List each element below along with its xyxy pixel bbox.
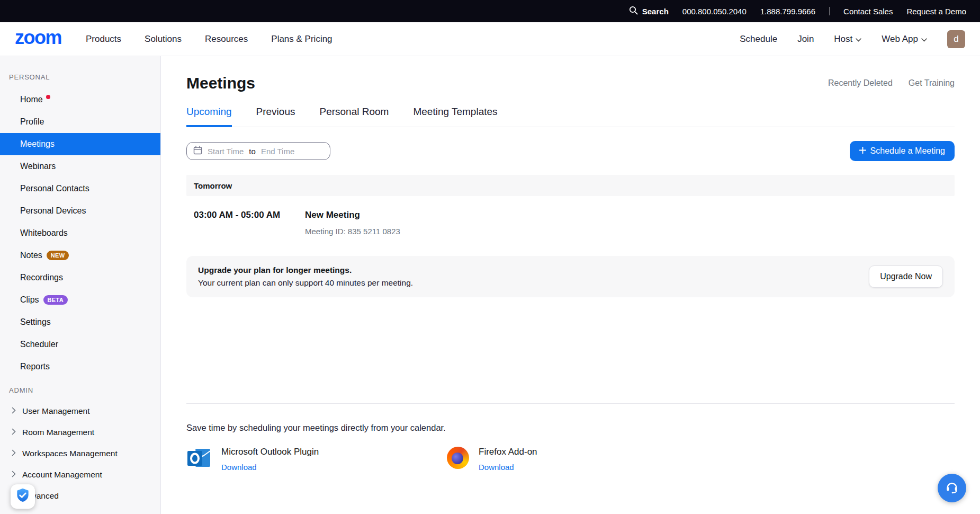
sidebar-item-recordings[interactable]: Recordings — [0, 267, 160, 289]
plugin-info: Firefox Add-on Download — [479, 447, 537, 472]
plugin-name: Firefox Add-on — [479, 447, 537, 457]
firefox-icon — [447, 447, 469, 469]
outlook-download-link[interactable]: Download — [221, 463, 319, 472]
page-body: PERSONAL Home Profile Meetings Webinars … — [0, 56, 980, 514]
sidebar-item-room-management[interactable]: Room Management — [0, 422, 160, 443]
sidebar-item-webinars[interactable]: Webinars — [0, 155, 160, 178]
upgrade-banner-text: Upgrade your plan for longer meetings. Y… — [198, 265, 413, 288]
request-demo-link[interactable]: Request a Demo — [906, 7, 966, 16]
sidebar-item-home[interactable]: Home — [0, 88, 160, 111]
plugin-info: Microsoft Outlook Plugin Download — [221, 447, 319, 472]
headset-icon — [945, 480, 959, 497]
sidebar-item-scheduler[interactable]: Scheduler — [0, 333, 160, 356]
sidebar-item-label: Scheduler — [20, 340, 58, 349]
header: zoom Products Solutions Resources Plans … — [0, 22, 980, 56]
chevron-right-icon — [12, 406, 16, 416]
sidebar-item-profile[interactable]: Profile — [0, 111, 160, 133]
plus-icon — [859, 146, 866, 156]
title-row: Meetings Recently Deleted Get Training — [186, 74, 955, 92]
sidebar-item-label: Workspaces Management — [22, 449, 118, 458]
tab-previous[interactable]: Previous — [256, 106, 295, 127]
upgrade-now-button[interactable]: Upgrade Now — [869, 265, 943, 288]
meeting-id: Meeting ID: 835 5211 0823 — [305, 227, 400, 236]
section-label-admin: ADMIN — [0, 386, 160, 394]
sidebar-item-label: Settings — [20, 317, 51, 327]
chevron-down-icon — [921, 34, 927, 45]
sidebar-item-label: Account Management — [22, 470, 102, 480]
schedule-meeting-button[interactable]: Schedule a Meeting — [850, 141, 955, 161]
calendar-promo-text: Save time by scheduling your meetings di… — [186, 423, 955, 433]
host-menu-label: Host — [834, 34, 852, 45]
host-menu[interactable]: Host — [834, 34, 861, 45]
avatar[interactable]: d — [947, 30, 965, 48]
sidebar-item-label: Home — [20, 95, 43, 104]
chevron-right-icon — [12, 449, 16, 458]
sidebar-item-label: Recordings — [20, 273, 63, 282]
upgrade-banner: Upgrade your plan for longer meetings. Y… — [186, 256, 955, 297]
tabs: Upcoming Previous Personal Room Meeting … — [186, 106, 955, 127]
firefox-addon-item: Firefox Add-on Download — [447, 447, 537, 472]
to-label: to — [249, 147, 256, 156]
recently-deleted-link[interactable]: Recently Deleted — [828, 78, 893, 88]
upgrade-title: Upgrade your plan for longer meetings. — [198, 265, 413, 275]
webapp-menu-label: Web App — [882, 34, 918, 45]
contact-sales-link[interactable]: Contact Sales — [843, 7, 893, 16]
beta-badge: BETA — [43, 295, 68, 305]
sidebar-item-label: Whiteboards — [20, 228, 68, 238]
chevron-right-icon — [12, 428, 16, 437]
join-link[interactable]: Join — [797, 34, 814, 45]
schedule-link[interactable]: Schedule — [740, 34, 777, 45]
nav-item-plans-pricing[interactable]: Plans & Pricing — [271, 34, 332, 45]
meeting-row[interactable]: 03:00 AM - 05:00 AM New Meeting Meeting … — [186, 196, 955, 252]
tab-personal-room[interactable]: Personal Room — [319, 106, 389, 127]
page-title: Meetings — [186, 74, 255, 92]
sidebar-item-meetings[interactable]: Meetings — [0, 133, 160, 155]
shield-extension-button[interactable] — [11, 484, 35, 509]
meeting-name[interactable]: New Meeting — [305, 210, 400, 220]
meeting-details: New Meeting Meeting ID: 835 5211 0823 — [305, 210, 400, 236]
nav-item-resources[interactable]: Resources — [205, 34, 248, 45]
sidebar-item-whiteboards[interactable]: Whiteboards — [0, 222, 160, 244]
sidebar-item-settings[interactable]: Settings — [0, 311, 160, 333]
search-button[interactable]: Search — [629, 6, 669, 16]
phone-number-1: 000.800.050.2040 — [682, 7, 747, 16]
schedule-meeting-label: Schedule a Meeting — [870, 146, 945, 156]
sidebar-item-account-management[interactable]: Account Management — [0, 464, 160, 485]
sidebar-item-workspaces-management[interactable]: Workspaces Management — [0, 443, 160, 464]
sidebar-item-label: Notes — [20, 251, 42, 260]
sidebar-item-label: User Management — [22, 406, 90, 416]
sidebar-item-reports[interactable]: Reports — [0, 356, 160, 378]
zoom-logo[interactable]: zoom — [15, 28, 61, 50]
help-button[interactable] — [938, 474, 966, 502]
main-nav: Products Solutions Resources Plans & Pri… — [86, 34, 332, 45]
search-label: Search — [642, 7, 669, 16]
sidebar-item-notes[interactable]: Notes NEW — [0, 244, 160, 267]
main-content: Meetings Recently Deleted Get Training U… — [161, 56, 980, 514]
nav-item-products[interactable]: Products — [86, 34, 121, 45]
sidebar-item-personal-devices[interactable]: Personal Devices — [0, 200, 160, 222]
tab-meeting-templates[interactable]: Meeting Templates — [413, 106, 497, 127]
upgrade-subtitle: Your current plan can only support 40 mi… — [198, 278, 413, 288]
sidebar-item-label: Personal Devices — [20, 206, 86, 216]
tab-upcoming[interactable]: Upcoming — [186, 106, 232, 127]
sidebar-item-personal-contacts[interactable]: Personal Contacts — [0, 178, 160, 200]
plugins-row: Microsoft Outlook Plugin Download Firefo… — [186, 447, 955, 472]
webapp-menu[interactable]: Web App — [882, 34, 927, 45]
sidebar-item-user-management[interactable]: User Management — [0, 401, 160, 422]
topbar-divider — [829, 7, 830, 15]
nav-item-solutions[interactable]: Solutions — [145, 34, 182, 45]
meta-links: Recently Deleted Get Training — [828, 78, 955, 88]
start-time-placeholder: Start Time — [208, 147, 244, 156]
topbar: Search 000.800.050.2040 1.888.799.9666 C… — [0, 0, 980, 22]
phone-number-2: 1.888.799.9666 — [760, 7, 815, 16]
get-training-link[interactable]: Get Training — [909, 78, 955, 88]
date-range-picker[interactable]: Start Time to End Time — [186, 142, 330, 160]
sidebar-item-label: Profile — [20, 117, 44, 127]
firefox-download-link[interactable]: Download — [479, 463, 537, 472]
sidebar: PERSONAL Home Profile Meetings Webinars … — [0, 56, 161, 514]
shield-icon — [14, 487, 31, 506]
sidebar-item-label: Webinars — [20, 162, 56, 171]
outlook-icon — [186, 447, 212, 472]
sidebar-item-label: Meetings — [20, 139, 55, 149]
sidebar-item-clips[interactable]: Clips BETA — [0, 289, 160, 311]
